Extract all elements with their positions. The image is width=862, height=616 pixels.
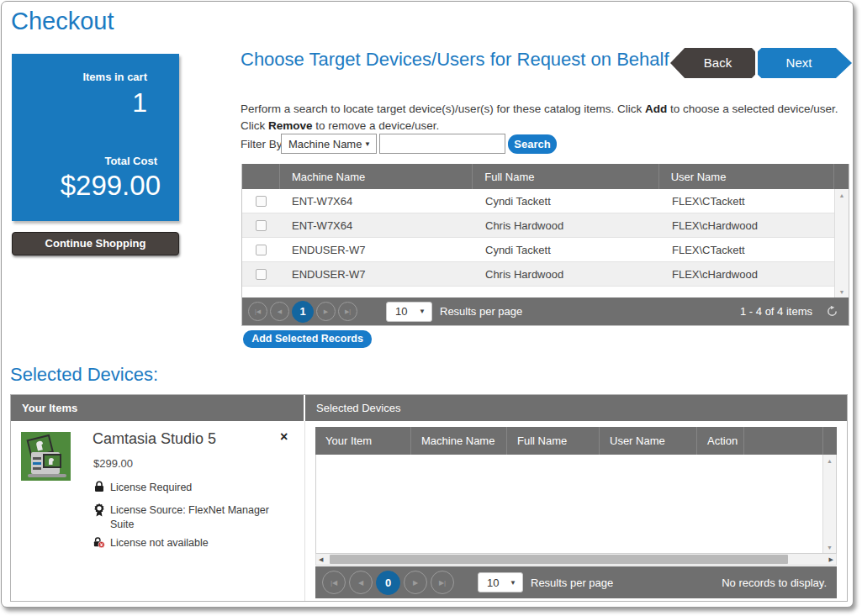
wizard-heading: Choose Target Devices/Users for Request …: [241, 49, 674, 71]
select-column-header: [242, 164, 280, 189]
your-items-header: Your Items: [11, 395, 304, 421]
full-name-column-header[interactable]: Full Name: [473, 164, 658, 189]
license-not-available-text: License not available: [110, 536, 278, 550]
camtasia-product-icon: [21, 432, 71, 481]
full-name-cell: Cyndi Tackett: [473, 189, 660, 213]
next-page-button[interactable]: ▶: [404, 571, 427, 594]
your-item-column-header[interactable]: Your Item: [315, 427, 411, 455]
last-page-button[interactable]: ▶|: [338, 302, 357, 321]
scroll-up-icon[interactable]: ▲: [835, 192, 849, 198]
user-name-cell: FLEX\cHardwood: [660, 262, 836, 286]
item-price: $299.00: [93, 457, 133, 470]
scroll-right-icon[interactable]: ▶: [829, 554, 833, 565]
device-table-header-row: Machine Name Full Name User Name: [242, 164, 849, 189]
device-table-pager: |◀ ◀ 1 ▶ ▶| 10 ▼ Results per page 1 - 4 …: [242, 297, 849, 325]
page-size-value: 10: [479, 577, 499, 589]
user-name-column-header[interactable]: User Name: [600, 427, 697, 455]
machine-name-cell: ENT-W7X64: [280, 213, 473, 237]
items-in-cart-count: 1: [132, 87, 147, 118]
chevron-down-icon: ▼: [510, 579, 516, 587]
full-name-cell: Cyndi Tackett: [473, 238, 660, 261]
app-window: Checkout Items in cart 1 Total Cost $299…: [1, 1, 854, 608]
license-not-available-row: License not available: [93, 536, 278, 550]
instructions-part: to remove a device/user.: [313, 119, 440, 132]
lock-icon: [93, 481, 105, 492]
scrollbar-thumb[interactable]: [330, 555, 788, 564]
license-badge-icon: [93, 503, 105, 517]
total-cost-value: $299.00: [61, 170, 161, 202]
scroll-up-icon[interactable]: ▲: [823, 458, 836, 464]
item-name: Camtasia Studio 5: [93, 430, 216, 448]
first-page-button[interactable]: |◀: [248, 302, 267, 321]
continue-shopping-button[interactable]: Continue Shopping: [12, 232, 179, 255]
device-search-results-table: Machine Name Full Name User Name ENT-W7X…: [241, 164, 849, 326]
table-row[interactable]: ENDUSER-W7 Chris Hardwood FLEX\cHardwood: [242, 262, 849, 287]
machine-name-cell: ENDUSER-W7: [280, 262, 473, 286]
panel-divider: [304, 421, 305, 601]
first-page-button[interactable]: |◀: [322, 571, 346, 594]
chevron-down-icon: ▼: [364, 140, 371, 148]
user-name-column-header[interactable]: User Name: [659, 164, 834, 189]
selected-devices-heading: Selected Devices:: [10, 364, 158, 386]
current-page-button[interactable]: 0: [376, 571, 400, 595]
filter-by-label: Filter By:: [241, 138, 285, 150]
next-page-button[interactable]: ▶: [316, 302, 336, 321]
chevron-down-icon: ▼: [419, 308, 426, 315]
next-button[interactable]: Next: [758, 48, 852, 78]
full-name-column-header[interactable]: Full Name: [507, 427, 600, 455]
action-column-header[interactable]: Action: [697, 427, 744, 455]
cart-summary-box: Items in cart 1 Total Cost $299.00: [12, 54, 179, 221]
horizontal-scrollbar[interactable]: ◀ ▶: [315, 554, 837, 566]
refresh-icon[interactable]: [826, 305, 838, 318]
scroll-down-icon[interactable]: ▼: [835, 289, 849, 295]
machine-name-cell: ENT-W7X64: [280, 189, 473, 213]
last-page-button[interactable]: ▶|: [431, 571, 454, 594]
instructions-text: Perform a search to locate target device…: [241, 101, 852, 134]
instructions-remove-keyword: Remove: [268, 119, 313, 132]
selected-table-empty-body: ▲ ▼: [315, 455, 837, 554]
previous-page-button[interactable]: ◀: [270, 302, 289, 321]
search-input[interactable]: [379, 134, 505, 154]
scroll-left-icon[interactable]: ◀: [319, 554, 323, 565]
no-records-label: No records to display.: [722, 577, 827, 589]
selected-devices-table-header: Selected Devices: [305, 395, 847, 421]
results-per-page-label: Results per page: [531, 577, 613, 589]
machine-name-column-header[interactable]: Machine Name: [280, 164, 473, 189]
license-source-row: License Source: FlexNet Manager Suite: [93, 503, 278, 532]
filter-field-select[interactable]: Machine Name ▼: [281, 134, 377, 154]
items-range-label: 1 - 4 of 4 items: [740, 305, 812, 318]
items-in-cart-label: Items in cart: [82, 71, 147, 83]
remove-item-icon[interactable]: ×: [280, 430, 288, 444]
table-row[interactable]: ENT-W7X64 Cyndi Tackett FLEX\CTackett: [242, 189, 849, 213]
page-size-value: 10: [387, 305, 407, 318]
row-checkbox[interactable]: [256, 245, 267, 255]
row-checkbox[interactable]: [256, 196, 267, 207]
empty-table-space: [242, 287, 849, 297]
instructions-add-keyword: Add: [645, 103, 667, 115]
filter-selected-option: Machine Name: [288, 138, 362, 150]
results-per-page-label: Results per page: [440, 305, 522, 318]
search-button[interactable]: Search: [508, 134, 557, 154]
machine-name-column-header[interactable]: Machine Name: [411, 427, 507, 455]
table-row[interactable]: ENDUSER-W7 Cyndi Tackett FLEX\CTackett: [242, 238, 849, 262]
row-checkbox[interactable]: [256, 220, 267, 231]
vertical-scrollbar[interactable]: ▲ ▼: [834, 189, 849, 297]
machine-name-cell: ENDUSER-W7: [280, 238, 473, 261]
page-size-select[interactable]: 10 ▼: [478, 572, 523, 592]
scroll-down-icon[interactable]: ▼: [823, 545, 836, 550]
row-checkbox[interactable]: [256, 269, 267, 280]
user-name-cell: FLEX\cHardwood: [660, 213, 836, 237]
back-button[interactable]: Back: [670, 48, 755, 78]
full-name-cell: Chris Hardwood: [473, 262, 660, 286]
lock-unavailable-icon: [93, 536, 105, 549]
page-size-select[interactable]: 10 ▼: [386, 302, 432, 322]
previous-page-button[interactable]: ◀: [349, 571, 373, 594]
license-source-text: License Source: FlexNet Manager Suite: [110, 503, 278, 532]
table-row[interactable]: ENT-W7X64 Chris Hardwood FLEX\cHardwood: [242, 213, 849, 238]
current-page-button[interactable]: 1: [292, 301, 314, 323]
add-selected-records-button[interactable]: Add Selected Records: [243, 330, 372, 348]
vertical-scrollbar[interactable]: ▲ ▼: [822, 455, 836, 553]
selected-table-header-row: Your Item Machine Name Full Name User Na…: [315, 427, 837, 455]
full-name-cell: Chris Hardwood: [473, 213, 660, 237]
total-cost-label: Total Cost: [104, 155, 157, 167]
